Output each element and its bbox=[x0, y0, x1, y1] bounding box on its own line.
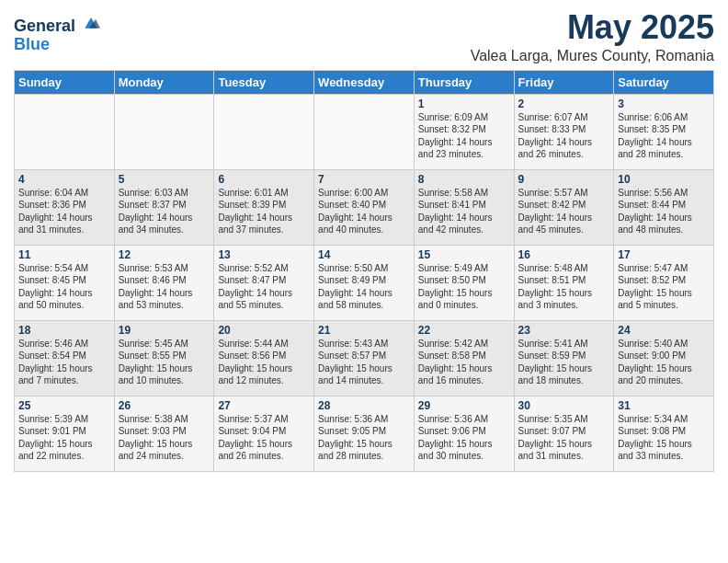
calendar-cell: 17Sunrise: 5:47 AMSunset: 8:52 PMDayligh… bbox=[614, 245, 714, 320]
calendar-header-row: SundayMondayTuesdayWednesdayThursdayFrid… bbox=[15, 70, 714, 94]
location-title: Valea Larga, Mures County, Romania bbox=[471, 48, 714, 64]
day-number: 28 bbox=[318, 399, 410, 412]
day-number: 18 bbox=[18, 324, 110, 337]
calendar-container: General Blue May 2025 Valea Larga, Mures… bbox=[0, 0, 728, 481]
day-number: 17 bbox=[618, 248, 710, 261]
day-info: Sunrise: 5:35 AMSunset: 9:07 PMDaylight:… bbox=[518, 413, 610, 463]
day-info: Sunrise: 5:41 AMSunset: 8:59 PMDaylight:… bbox=[518, 338, 610, 387]
day-info: Sunrise: 5:52 AMSunset: 8:47 PMDaylight:… bbox=[218, 262, 310, 312]
calendar-cell: 15Sunrise: 5:49 AMSunset: 8:50 PMDayligh… bbox=[414, 245, 514, 320]
calendar-cell: 28Sunrise: 5:36 AMSunset: 9:05 PMDayligh… bbox=[314, 396, 415, 471]
logo-general: General bbox=[14, 17, 75, 35]
day-info: Sunrise: 6:04 AMSunset: 8:36 PMDaylight:… bbox=[18, 187, 110, 236]
month-title: May 2025 bbox=[471, 9, 714, 46]
logo-text: General bbox=[14, 13, 100, 36]
day-header-saturday: Saturday bbox=[614, 70, 714, 94]
day-info: Sunrise: 6:06 AMSunset: 8:35 PMDaylight:… bbox=[618, 111, 710, 161]
calendar-cell: 13Sunrise: 5:52 AMSunset: 8:47 PMDayligh… bbox=[214, 245, 314, 320]
header: General Blue May 2025 Valea Larga, Mures… bbox=[14, 9, 714, 64]
day-header-monday: Monday bbox=[114, 70, 214, 94]
day-number: 31 bbox=[618, 399, 710, 412]
day-number: 1 bbox=[418, 98, 510, 110]
calendar-cell: 5Sunrise: 6:03 AMSunset: 8:37 PMDaylight… bbox=[114, 169, 214, 245]
calendar-cell: 1Sunrise: 6:09 AMSunset: 8:32 PMDaylight… bbox=[414, 94, 514, 169]
calendar-cell: 27Sunrise: 5:37 AMSunset: 9:04 PMDayligh… bbox=[214, 396, 314, 471]
day-number: 4 bbox=[18, 173, 110, 186]
day-header-tuesday: Tuesday bbox=[214, 70, 314, 94]
calendar-cell: 26Sunrise: 5:38 AMSunset: 9:03 PMDayligh… bbox=[114, 396, 214, 471]
day-header-wednesday: Wednesday bbox=[314, 70, 415, 94]
logo-blue: Blue bbox=[14, 35, 50, 53]
calendar-cell: 11Sunrise: 5:54 AMSunset: 8:45 PMDayligh… bbox=[15, 245, 115, 320]
day-info: Sunrise: 5:53 AMSunset: 8:46 PMDaylight:… bbox=[119, 262, 210, 312]
day-info: Sunrise: 5:43 AMSunset: 8:57 PMDaylight:… bbox=[318, 338, 410, 387]
day-number: 24 bbox=[618, 324, 710, 337]
day-info: Sunrise: 5:58 AMSunset: 8:41 PMDaylight:… bbox=[418, 187, 510, 236]
day-number: 25 bbox=[18, 399, 110, 412]
day-info: Sunrise: 5:45 AMSunset: 8:55 PMDaylight:… bbox=[119, 338, 210, 387]
calendar-cell bbox=[114, 94, 214, 169]
day-info: Sunrise: 5:42 AMSunset: 8:58 PMDaylight:… bbox=[418, 338, 510, 387]
day-number: 16 bbox=[518, 248, 610, 261]
day-number: 5 bbox=[119, 173, 210, 186]
calendar-week-2: 4Sunrise: 6:04 AMSunset: 8:36 PMDaylight… bbox=[15, 169, 714, 245]
calendar-week-5: 25Sunrise: 5:39 AMSunset: 9:01 PMDayligh… bbox=[15, 396, 714, 471]
day-number: 7 bbox=[318, 173, 410, 186]
calendar-cell bbox=[214, 94, 314, 169]
day-info: Sunrise: 5:49 AMSunset: 8:50 PMDaylight:… bbox=[418, 262, 510, 312]
calendar-week-3: 11Sunrise: 5:54 AMSunset: 8:45 PMDayligh… bbox=[15, 245, 714, 320]
day-number: 11 bbox=[18, 248, 110, 261]
calendar-cell: 8Sunrise: 5:58 AMSunset: 8:41 PMDaylight… bbox=[414, 169, 514, 245]
calendar-table: SundayMondayTuesdayWednesdayThursdayFrid… bbox=[14, 70, 714, 472]
calendar-cell: 18Sunrise: 5:46 AMSunset: 8:54 PMDayligh… bbox=[15, 320, 115, 396]
day-number: 15 bbox=[418, 248, 510, 261]
calendar-cell: 19Sunrise: 5:45 AMSunset: 8:55 PMDayligh… bbox=[114, 320, 214, 396]
calendar-cell: 12Sunrise: 5:53 AMSunset: 8:46 PMDayligh… bbox=[114, 245, 214, 320]
day-number: 8 bbox=[418, 173, 510, 186]
day-info: Sunrise: 5:38 AMSunset: 9:03 PMDaylight:… bbox=[119, 413, 210, 463]
day-info: Sunrise: 5:36 AMSunset: 9:05 PMDaylight:… bbox=[318, 413, 410, 463]
day-info: Sunrise: 6:01 AMSunset: 8:39 PMDaylight:… bbox=[218, 187, 310, 236]
day-number: 9 bbox=[518, 173, 610, 186]
calendar-cell bbox=[15, 94, 115, 169]
day-number: 22 bbox=[418, 324, 510, 337]
calendar-cell: 29Sunrise: 5:36 AMSunset: 9:06 PMDayligh… bbox=[414, 396, 514, 471]
day-info: Sunrise: 5:39 AMSunset: 9:01 PMDaylight:… bbox=[18, 413, 110, 463]
calendar-week-4: 18Sunrise: 5:46 AMSunset: 8:54 PMDayligh… bbox=[15, 320, 714, 396]
calendar-cell: 16Sunrise: 5:48 AMSunset: 8:51 PMDayligh… bbox=[514, 245, 614, 320]
title-block: May 2025 Valea Larga, Mures County, Roma… bbox=[471, 9, 714, 64]
day-number: 23 bbox=[518, 324, 610, 337]
calendar-cell: 30Sunrise: 5:35 AMSunset: 9:07 PMDayligh… bbox=[514, 396, 614, 471]
calendar-cell: 6Sunrise: 6:01 AMSunset: 8:39 PMDaylight… bbox=[214, 169, 314, 245]
calendar-cell: 9Sunrise: 5:57 AMSunset: 8:42 PMDaylight… bbox=[514, 169, 614, 245]
day-info: Sunrise: 5:46 AMSunset: 8:54 PMDaylight:… bbox=[18, 338, 110, 387]
day-info: Sunrise: 5:57 AMSunset: 8:42 PMDaylight:… bbox=[518, 187, 610, 236]
day-info: Sunrise: 5:56 AMSunset: 8:44 PMDaylight:… bbox=[618, 187, 710, 236]
day-info: Sunrise: 5:34 AMSunset: 9:08 PMDaylight:… bbox=[618, 413, 710, 463]
day-header-sunday: Sunday bbox=[15, 70, 115, 94]
calendar-cell: 31Sunrise: 5:34 AMSunset: 9:08 PMDayligh… bbox=[614, 396, 714, 471]
day-number: 30 bbox=[518, 399, 610, 412]
day-header-friday: Friday bbox=[514, 70, 614, 94]
calendar-cell: 4Sunrise: 6:04 AMSunset: 8:36 PMDaylight… bbox=[15, 169, 115, 245]
day-info: Sunrise: 6:03 AMSunset: 8:37 PMDaylight:… bbox=[119, 187, 210, 236]
day-info: Sunrise: 5:50 AMSunset: 8:49 PMDaylight:… bbox=[318, 262, 410, 312]
calendar-cell: 2Sunrise: 6:07 AMSunset: 8:33 PMDaylight… bbox=[514, 94, 614, 169]
day-number: 20 bbox=[218, 324, 310, 337]
day-number: 3 bbox=[618, 98, 710, 110]
day-number: 19 bbox=[119, 324, 210, 337]
day-number: 29 bbox=[418, 399, 510, 412]
day-header-thursday: Thursday bbox=[414, 70, 514, 94]
logo: General Blue bbox=[14, 13, 100, 54]
day-number: 13 bbox=[218, 248, 310, 261]
calendar-cell bbox=[314, 94, 415, 169]
day-number: 14 bbox=[318, 248, 410, 261]
calendar-cell: 23Sunrise: 5:41 AMSunset: 8:59 PMDayligh… bbox=[514, 320, 614, 396]
day-info: Sunrise: 5:47 AMSunset: 8:52 PMDaylight:… bbox=[618, 262, 710, 312]
day-number: 2 bbox=[518, 98, 610, 110]
day-info: Sunrise: 5:44 AMSunset: 8:56 PMDaylight:… bbox=[218, 338, 310, 387]
calendar-cell: 20Sunrise: 5:44 AMSunset: 8:56 PMDayligh… bbox=[214, 320, 314, 396]
day-number: 10 bbox=[618, 173, 710, 186]
day-info: Sunrise: 5:36 AMSunset: 9:06 PMDaylight:… bbox=[418, 413, 510, 463]
calendar-cell: 24Sunrise: 5:40 AMSunset: 9:00 PMDayligh… bbox=[614, 320, 714, 396]
